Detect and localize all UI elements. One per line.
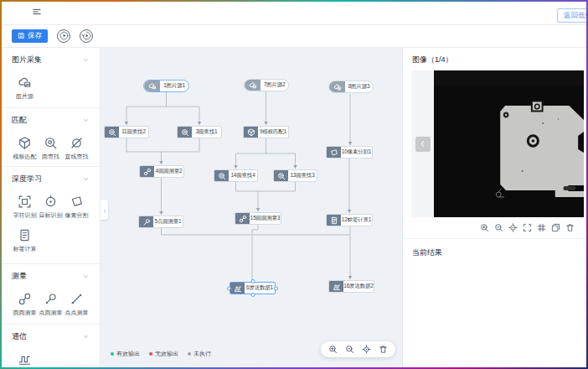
- tool-item[interactable]: 模板匹配: [12, 136, 38, 161]
- tool-item[interactable]: 像素分割: [64, 195, 90, 220]
- run-button[interactable]: [57, 29, 70, 43]
- tool-item[interactable]: 圆圆测量: [12, 292, 38, 317]
- locate-icon: [508, 223, 518, 232]
- flow-node-11[interactable]: 11圆查找2: [104, 126, 149, 138]
- image-source-icon: [329, 81, 345, 92]
- char-recognition-icon: [18, 195, 32, 209]
- sidebar-collapse-handle[interactable]: [101, 200, 108, 220]
- zoom-out-button[interactable]: [494, 223, 503, 232]
- tool-label: 标签计算: [13, 245, 36, 253]
- sidebar-section: 通信: [2, 325, 100, 367]
- node-label: 10像素分割1: [341, 147, 372, 158]
- save-button[interactable]: 保存: [12, 29, 48, 43]
- tool-item[interactable]: 字符识别: [12, 195, 38, 220]
- tool-item[interactable]: 图片源: [12, 75, 38, 101]
- circle-find-icon: [181, 128, 189, 137]
- menu-icon: [32, 7, 42, 17]
- flow-node-3[interactable]: 3圆查找1: [177, 126, 222, 138]
- image-source-icon: [245, 80, 260, 91]
- node-label: 13圆查找3: [288, 170, 317, 181]
- locate-button[interactable]: [508, 223, 518, 232]
- previous-image-button[interactable]: [415, 137, 431, 152]
- top-bar: 返回低代码: [2, 2, 586, 25]
- run-once-button[interactable]: [80, 29, 93, 43]
- main-area: 图片采集图片源匹配模板匹配圆查找直线查找深度学习字符识别目标识别像素分割标签计算…: [2, 48, 586, 367]
- legend-item: 有效输出: [111, 350, 140, 358]
- label-calc-icon: [18, 228, 32, 242]
- flow-node-15[interactable]: 15圆圆测量3: [235, 212, 281, 225]
- zoom-out-icon: [494, 223, 503, 232]
- chevron-down-icon: [82, 333, 90, 340]
- selection-handle[interactable]: [250, 293, 255, 297]
- tool-item[interactable]: 圆查找: [38, 136, 64, 161]
- circle-circle-measure-icon: [143, 168, 152, 176]
- flow-node-1[interactable]: 1图片源1: [143, 80, 189, 92]
- tool-item[interactable]: 点圆测量: [38, 292, 64, 317]
- right-panel: 图像（1/4）: [402, 48, 586, 367]
- selection-handle[interactable]: [250, 279, 255, 283]
- node-label: 9模板匹配1: [258, 127, 288, 138]
- selection-handle[interactable]: [227, 286, 231, 290]
- grid-icon: [537, 223, 546, 232]
- chevron-down-icon: [82, 175, 90, 183]
- locate-button[interactable]: [362, 345, 371, 354]
- app-window: 返回低代码 保存 图片采集图片源匹配模板匹配圆查找直线查找深度学习字符识别目标识…: [2, 2, 586, 367]
- trash-button[interactable]: [379, 345, 388, 354]
- section-header[interactable]: 测量: [12, 271, 90, 282]
- menu-button[interactable]: [30, 5, 44, 21]
- run-icon: [59, 30, 69, 43]
- section-header[interactable]: 匹配: [12, 115, 90, 126]
- flow-node-12[interactable]: 12标签计算1: [326, 214, 373, 226]
- tool-label: 字符识别: [13, 211, 36, 220]
- send-data-icon: [18, 352, 32, 366]
- legend-label: 有效输出: [116, 350, 140, 358]
- image-viewer: [411, 70, 584, 217]
- status-legend: 有效输出无效输出未执行: [111, 350, 211, 358]
- window-frame: 返回低代码 保存 图片采集图片源匹配模板匹配圆查找直线查找深度学习字符识别目标识…: [0, 0, 588, 369]
- zoom-out-button[interactable]: [345, 345, 354, 354]
- tool-item[interactable]: [12, 352, 38, 366]
- zoom-in-button[interactable]: [328, 345, 338, 354]
- section-title: 匹配: [12, 115, 27, 126]
- fullscreen-button[interactable]: [523, 223, 532, 232]
- flow-node-16[interactable]: 16发送数据2: [328, 280, 374, 293]
- section-header[interactable]: 深度学习: [12, 174, 90, 184]
- node-label: 15圆圆测量3: [250, 213, 281, 224]
- point-circle-measure-icon: [142, 218, 151, 226]
- compare-button[interactable]: [551, 223, 560, 232]
- flow-node-13[interactable]: 13圆查找3: [273, 169, 317, 182]
- section-header[interactable]: 图片采集: [12, 55, 90, 65]
- flow-node-5[interactable]: 5点圆测量1: [138, 216, 183, 228]
- node-label: 11圆查找2: [119, 127, 148, 138]
- node-label: 3圆查找1: [192, 127, 221, 138]
- tool-item[interactable]: 点点测量: [64, 292, 90, 317]
- run-once-icon: [82, 31, 91, 40]
- tool-item[interactable]: 直线查找: [64, 136, 90, 161]
- node-label: 7图片源2: [260, 80, 288, 91]
- flow-node-14[interactable]: 14圆查找4: [214, 169, 258, 182]
- section-header[interactable]: 通信: [12, 331, 90, 342]
- grid-button[interactable]: [537, 223, 546, 232]
- tool-item[interactable]: 目标识别: [38, 195, 64, 220]
- tool-item[interactable]: 标签计算: [12, 228, 38, 253]
- sidebar-section: 测量圆圆测量点圆测量点点测量: [2, 264, 100, 325]
- zoom-in-button[interactable]: [480, 223, 489, 232]
- flow-node-4[interactable]: 4圆圆测量2: [139, 165, 184, 178]
- legend-label: 未执行: [193, 350, 211, 358]
- tool-label: 圆圆测量: [13, 309, 36, 317]
- flow-node-7[interactable]: 7图片源2: [244, 79, 289, 91]
- back-to-lowcode-button[interactable]: 返回低代码: [557, 8, 586, 23]
- flow-node-8[interactable]: 8图片源3: [328, 81, 374, 93]
- trash-icon: [379, 345, 388, 354]
- flow-node-6[interactable]: 6发送数据1: [230, 282, 276, 294]
- circle-find-icon: [218, 172, 226, 180]
- selection-handle[interactable]: [274, 286, 278, 290]
- flow-node-10[interactable]: 10像素分割1: [326, 146, 373, 159]
- flow-canvas[interactable]: 有效输出无效输出未执行 1图片源17图片源28图片源311圆查找23圆查找19模…: [101, 48, 402, 367]
- pixel-segmentation-icon: [70, 195, 84, 209]
- inspection-image[interactable]: [434, 70, 584, 217]
- trash-button[interactable]: [565, 223, 575, 232]
- flow-node-9[interactable]: 9模板匹配1: [243, 126, 289, 138]
- tool-label: 像素分割: [64, 211, 88, 220]
- label-calc-icon: [330, 216, 338, 225]
